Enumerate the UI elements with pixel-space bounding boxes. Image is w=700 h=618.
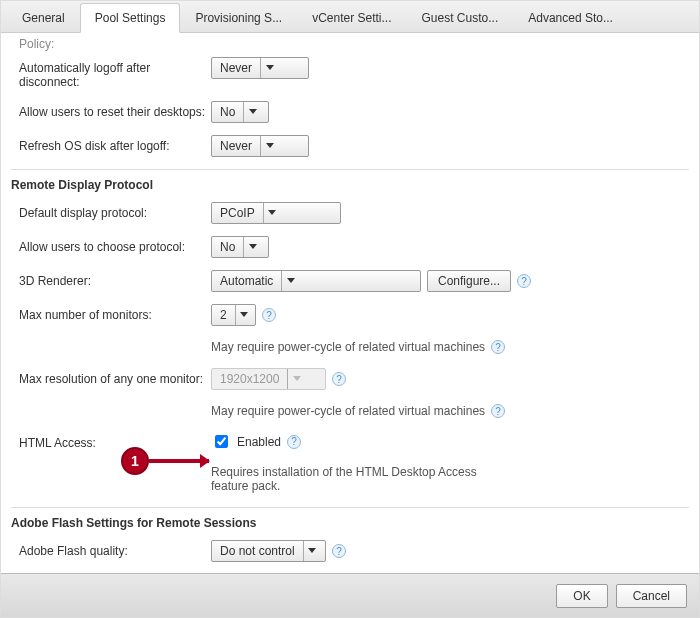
html-enabled-text: Enabled bbox=[237, 435, 281, 449]
dropdown-arrow-icon bbox=[303, 541, 321, 561]
svg-marker-2 bbox=[266, 143, 274, 148]
dropdown-arrow-icon bbox=[243, 237, 261, 257]
max-resolution-dropdown: 1920x1200 bbox=[211, 368, 326, 390]
power-cycle-note-2: May require power-cycle of related virtu… bbox=[211, 402, 485, 420]
svg-marker-4 bbox=[249, 244, 257, 249]
tab-provisioning[interactable]: Provisioning S... bbox=[180, 3, 297, 32]
configure-button[interactable]: Configure... bbox=[427, 270, 511, 292]
html-access-note: Requires installation of the HTML Deskto… bbox=[211, 463, 511, 495]
tab-vcenter[interactable]: vCenter Setti... bbox=[297, 3, 406, 32]
allow-reset-dropdown[interactable]: No bbox=[211, 101, 269, 123]
html-access-checkbox[interactable] bbox=[215, 435, 228, 448]
refresh-os-dropdown[interactable]: Never bbox=[211, 135, 309, 157]
default-protocol-label: Default display protocol: bbox=[11, 202, 211, 220]
settings-content: Policy: Automatically logoff after disco… bbox=[1, 33, 699, 563]
ok-button[interactable]: OK bbox=[556, 584, 607, 608]
dropdown-arrow-icon bbox=[243, 102, 261, 122]
dropdown-arrow-icon bbox=[281, 271, 299, 291]
tab-general[interactable]: General bbox=[7, 3, 80, 32]
dialog-footer: OK Cancel bbox=[1, 573, 699, 617]
help-icon[interactable]: ? bbox=[491, 340, 505, 354]
svg-marker-8 bbox=[308, 548, 316, 553]
power-cycle-note: May require power-cycle of related virtu… bbox=[211, 338, 485, 356]
dropdown-arrow-icon bbox=[260, 136, 278, 156]
tab-bar: General Pool Settings Provisioning S... … bbox=[1, 1, 699, 33]
html-access-label: HTML Access: bbox=[11, 432, 211, 450]
help-icon[interactable]: ? bbox=[287, 435, 301, 449]
dropdown-arrow-icon bbox=[263, 203, 281, 223]
svg-marker-3 bbox=[268, 210, 276, 215]
cancel-button[interactable]: Cancel bbox=[616, 584, 687, 608]
dropdown-arrow-icon bbox=[235, 305, 253, 325]
max-monitors-label: Max number of monitors: bbox=[11, 304, 211, 322]
tab-pool-settings[interactable]: Pool Settings bbox=[80, 3, 181, 33]
dropdown-arrow-icon bbox=[260, 58, 278, 78]
flash-settings-header: Adobe Flash Settings for Remote Sessions bbox=[11, 507, 689, 534]
refresh-os-label: Refresh OS disk after logoff: bbox=[11, 135, 211, 153]
svg-marker-0 bbox=[266, 65, 274, 70]
auto-logoff-label: Automatically logoff after disconnect: bbox=[11, 57, 211, 89]
3d-renderer-dropdown[interactable]: Automatic bbox=[211, 270, 421, 292]
help-icon[interactable]: ? bbox=[491, 404, 505, 418]
dropdown-arrow-icon bbox=[287, 369, 305, 389]
max-monitors-dropdown[interactable]: 2 bbox=[211, 304, 256, 326]
max-resolution-label: Max resolution of any one monitor: bbox=[11, 368, 211, 386]
svg-marker-1 bbox=[249, 109, 257, 114]
help-icon[interactable]: ? bbox=[332, 372, 346, 386]
svg-marker-6 bbox=[240, 312, 248, 317]
3d-renderer-label: 3D Renderer: bbox=[11, 270, 211, 288]
auto-logoff-dropdown[interactable]: Never bbox=[211, 57, 309, 79]
allow-choose-protocol-dropdown[interactable]: No bbox=[211, 236, 269, 258]
svg-marker-5 bbox=[287, 278, 295, 283]
help-icon[interactable]: ? bbox=[262, 308, 276, 322]
allow-reset-label: Allow users to reset their desktops: bbox=[11, 101, 211, 119]
tab-guest-customization[interactable]: Guest Custo... bbox=[407, 3, 514, 32]
tab-advanced-storage[interactable]: Advanced Sto... bbox=[513, 3, 628, 32]
allow-choose-protocol-label: Allow users to choose protocol: bbox=[11, 236, 211, 254]
remote-display-header: Remote Display Protocol bbox=[11, 169, 689, 196]
truncated-policy-row: Policy: bbox=[11, 37, 689, 51]
default-protocol-dropdown[interactable]: PCoIP bbox=[211, 202, 341, 224]
help-icon[interactable]: ? bbox=[517, 274, 531, 288]
svg-marker-7 bbox=[293, 376, 301, 381]
flash-quality-label: Adobe Flash quality: bbox=[11, 540, 211, 558]
help-icon[interactable]: ? bbox=[332, 544, 346, 558]
flash-quality-dropdown[interactable]: Do not control bbox=[211, 540, 326, 562]
